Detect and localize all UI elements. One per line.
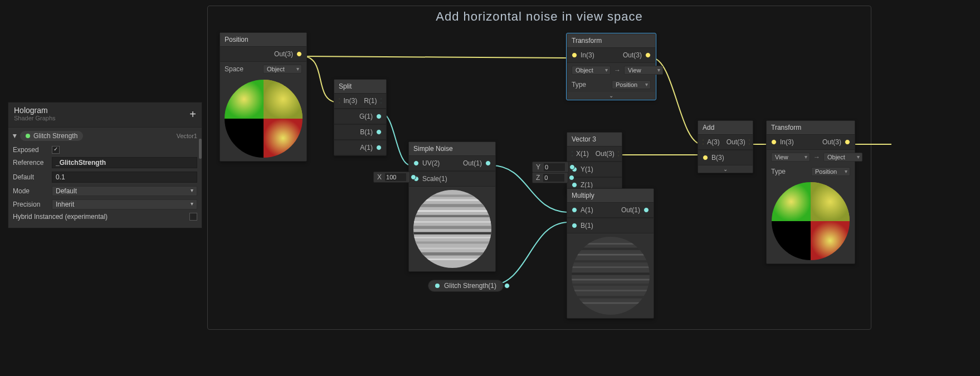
out-port[interactable] xyxy=(749,139,750,145)
reference-label: Reference xyxy=(13,159,47,167)
svg-rect-9 xyxy=(413,194,491,197)
mode-select[interactable]: Default xyxy=(52,186,197,196)
svg-rect-27 xyxy=(572,260,650,262)
node-simple-noise[interactable]: Simple Noise UV(2) Out(1) Scale(1) xyxy=(408,141,496,272)
node-title[interactable]: Position xyxy=(220,33,306,46)
node-transform-2[interactable]: Transform In(3) Out(3) View → Object Typ… xyxy=(766,120,855,264)
x-label: X xyxy=(377,173,382,181)
vector3-y-input[interactable]: Y xyxy=(532,162,569,173)
node-preview xyxy=(767,179,855,263)
b-label: B(3) xyxy=(711,154,724,162)
expand-toggle[interactable]: ⌄ xyxy=(698,165,753,173)
exposed-checkbox[interactable]: ✓ xyxy=(52,146,60,154)
from-space-select[interactable]: Object xyxy=(572,66,611,75)
in-port[interactable] xyxy=(771,139,777,145)
parameter-row[interactable]: ▶ Glitch Strength Vector1 xyxy=(12,130,198,144)
out-port[interactable] xyxy=(645,52,651,58)
svg-rect-2 xyxy=(264,119,303,158)
node-title[interactable]: Simple Noise xyxy=(409,142,495,155)
node-title[interactable]: Transform xyxy=(567,34,655,47)
g-port[interactable] xyxy=(376,114,382,119)
in-port[interactable] xyxy=(572,52,577,58)
node-split[interactable]: Split In(3) R(1) G(1) B(1) A(1) xyxy=(334,79,387,156)
b-label: B(1) xyxy=(581,222,593,229)
node-preview xyxy=(409,187,495,271)
out-port[interactable] xyxy=(485,160,491,166)
node-transform-1[interactable]: Transform In(3) Out(3) Object → View Typ… xyxy=(567,33,656,100)
b-port[interactable] xyxy=(572,223,577,228)
parameter-name: Glitch Strength xyxy=(33,132,77,140)
out-label: Out(3) xyxy=(727,138,745,146)
node-multiply[interactable]: Multiply A(1) Out(1) B(1) xyxy=(567,188,654,319)
scale-x-input-detached[interactable]: X xyxy=(373,172,410,183)
z-value[interactable] xyxy=(543,174,564,182)
exposed-label: Exposed xyxy=(13,146,47,154)
svg-rect-18 xyxy=(413,241,491,243)
node-title[interactable]: Transform xyxy=(767,121,855,134)
property-pill-glitch-strength[interactable]: Glitch Strength(1) xyxy=(428,280,504,292)
inspector-body: ▶ Glitch Strength Vector1 Exposed ✓ Refe… xyxy=(8,127,202,228)
z-port[interactable] xyxy=(572,182,577,188)
svg-rect-38 xyxy=(772,182,811,221)
precision-label: Precision xyxy=(13,201,47,208)
uv-port[interactable] xyxy=(413,160,419,166)
b-port[interactable] xyxy=(376,129,382,135)
from-space-select[interactable]: View xyxy=(771,153,810,162)
to-space-select[interactable]: Object xyxy=(823,153,862,162)
in-port[interactable] xyxy=(339,98,340,104)
node-position[interactable]: Position Out(3) Space Object xyxy=(220,32,307,162)
out-port[interactable] xyxy=(845,139,850,145)
node-add[interactable]: Add A(3) Out(3) B(3) ⌄ xyxy=(698,120,753,173)
mode-label: Mode xyxy=(13,187,47,195)
uv-label: UV(2) xyxy=(422,159,440,167)
add-parameter-button[interactable]: + xyxy=(189,108,196,121)
default-input[interactable] xyxy=(52,172,197,183)
node-title[interactable]: Add xyxy=(698,121,753,134)
reference-input[interactable] xyxy=(52,157,197,168)
hybrid-instanced-checkbox[interactable] xyxy=(189,213,197,221)
y-value[interactable] xyxy=(544,163,565,171)
x-label: X(1) xyxy=(576,150,589,158)
caret-down-icon[interactable]: ▶ xyxy=(12,134,18,138)
svg-rect-26 xyxy=(572,254,650,256)
x-port[interactable] xyxy=(572,151,573,157)
type-select[interactable]: Position xyxy=(612,80,651,89)
a-port[interactable] xyxy=(572,207,577,213)
to-space-select[interactable]: View xyxy=(624,66,663,75)
expand-toggle[interactable]: ⌄ xyxy=(567,92,655,99)
out-label: Out(3) xyxy=(596,150,615,158)
a-port[interactable] xyxy=(703,139,704,145)
node-vector3[interactable]: Vector 3 X(1) Out(3) Y(1) Z(1) xyxy=(567,132,622,193)
x-port[interactable] xyxy=(411,174,416,180)
out-port[interactable] xyxy=(618,151,619,157)
x-value[interactable] xyxy=(385,173,406,181)
graph-type: Shader Graphs xyxy=(14,115,196,121)
r-label: R(1) xyxy=(364,97,377,105)
node-title[interactable]: Multiply xyxy=(567,189,654,202)
property-label: Glitch Strength(1) xyxy=(444,282,496,290)
z-port-link[interactable] xyxy=(569,175,574,180)
precision-select[interactable]: Inherit xyxy=(52,199,197,209)
svg-rect-14 xyxy=(413,221,491,223)
svg-rect-34 xyxy=(572,302,650,304)
space-label: Space xyxy=(225,65,243,73)
out-port[interactable] xyxy=(643,207,649,213)
graph-name: Hologram xyxy=(14,106,196,115)
r-port[interactable] xyxy=(381,98,382,104)
a-port[interactable] xyxy=(376,145,382,150)
b-label: B(1) xyxy=(360,128,373,136)
svg-rect-20 xyxy=(413,252,491,256)
vector3-z-input[interactable]: Z xyxy=(532,172,568,183)
scrollbar[interactable] xyxy=(198,128,202,228)
y-label: Y(1) xyxy=(581,165,593,173)
blackboard-inspector[interactable]: Hologram Shader Graphs + ▶ Glitch Streng… xyxy=(8,102,202,228)
space-select[interactable]: Object xyxy=(263,65,302,74)
y-port-link[interactable] xyxy=(569,164,575,170)
out-port[interactable] xyxy=(296,51,302,57)
b-port[interactable] xyxy=(703,155,708,160)
parameter-chip[interactable]: Glitch Strength xyxy=(20,131,83,141)
type-select[interactable]: Position xyxy=(811,167,850,176)
property-out-port[interactable] xyxy=(504,283,510,289)
node-title[interactable]: Split xyxy=(334,80,386,93)
node-title[interactable]: Vector 3 xyxy=(567,133,622,146)
